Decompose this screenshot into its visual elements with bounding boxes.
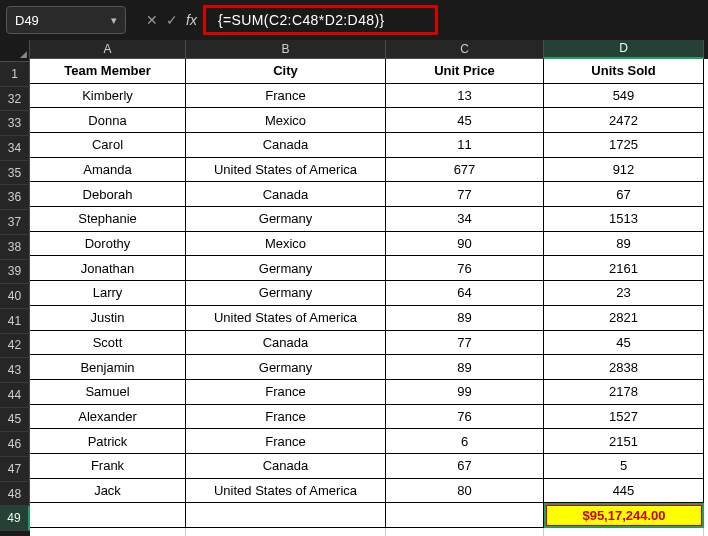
cell-empty[interactable] <box>544 528 704 536</box>
row-header-selected[interactable]: 49 <box>0 506 30 531</box>
cell[interactable]: 67 <box>544 182 704 207</box>
cancel-formula-icon[interactable]: ✕ <box>146 12 158 28</box>
cell[interactable]: 2838 <box>544 355 704 380</box>
cell[interactable]: 912 <box>544 158 704 183</box>
result-cell[interactable]: $95,17,244.00 <box>544 503 704 528</box>
cell[interactable]: Stephanie <box>30 207 186 232</box>
select-all-corner[interactable]: ◢ <box>0 40 30 62</box>
row-header[interactable]: 48 <box>0 482 30 507</box>
header-cell[interactable]: Team Member <box>30 59 186 84</box>
cell[interactable]: Canada <box>186 182 386 207</box>
column-header[interactable]: C <box>386 40 544 59</box>
fx-icon[interactable]: fx <box>186 12 197 28</box>
cell[interactable]: 67 <box>386 454 544 479</box>
cell[interactable]: 549 <box>544 84 704 109</box>
cell[interactable]: Canada <box>186 454 386 479</box>
cell[interactable]: Donna <box>30 108 186 133</box>
cell[interactable]: Alexander <box>30 405 186 430</box>
cell[interactable]: 1513 <box>544 207 704 232</box>
cell[interactable]: France <box>186 380 386 405</box>
cell-empty[interactable] <box>30 503 186 528</box>
cell[interactable]: 77 <box>386 182 544 207</box>
row-header[interactable]: 44 <box>0 383 30 408</box>
column-header[interactable]: A <box>30 40 186 59</box>
cell[interactable]: Patrick <box>30 429 186 454</box>
cell[interactable]: 445 <box>544 479 704 504</box>
row-header[interactable]: 45 <box>0 408 30 433</box>
cell[interactable]: Mexico <box>186 108 386 133</box>
cell[interactable]: Canada <box>186 331 386 356</box>
cell[interactable]: Larry <box>30 281 186 306</box>
row-header[interactable]: 43 <box>0 358 30 383</box>
cell-empty[interactable] <box>186 503 386 528</box>
row-header[interactable]: 34 <box>0 136 30 161</box>
column-header-selected[interactable]: D <box>544 40 704 59</box>
accept-formula-icon[interactable]: ✓ <box>166 12 178 28</box>
cell[interactable]: 76 <box>386 405 544 430</box>
name-box[interactable]: D49 ▾ <box>6 6 126 34</box>
cell[interactable]: 23 <box>544 281 704 306</box>
chevron-down-icon[interactable]: ▾ <box>111 14 117 27</box>
cell[interactable]: 45 <box>386 108 544 133</box>
formula-input[interactable]: {=SUM(C2:C48*D2:D48)} <box>203 5 438 35</box>
cell[interactable]: United States of America <box>186 158 386 183</box>
cell[interactable]: Carol <box>30 133 186 158</box>
cell[interactable]: Jonathan <box>30 256 186 281</box>
cell[interactable]: 99 <box>386 380 544 405</box>
cell[interactable]: 2151 <box>544 429 704 454</box>
cell[interactable]: Germany <box>186 207 386 232</box>
cell[interactable]: 2821 <box>544 306 704 331</box>
cell[interactable]: 2472 <box>544 108 704 133</box>
cell[interactable]: 2161 <box>544 256 704 281</box>
cell-empty[interactable] <box>186 528 386 536</box>
column-header[interactable]: B <box>186 40 386 59</box>
cell[interactable]: France <box>186 429 386 454</box>
cell[interactable]: 76 <box>386 256 544 281</box>
cell[interactable]: 34 <box>386 207 544 232</box>
cell[interactable]: 11 <box>386 133 544 158</box>
cell[interactable]: Canada <box>186 133 386 158</box>
row-header[interactable]: 35 <box>0 161 30 186</box>
cell[interactable]: Justin <box>30 306 186 331</box>
cell[interactable]: 89 <box>544 232 704 257</box>
row-header[interactable]: 36 <box>0 185 30 210</box>
row-header[interactable]: 37 <box>0 210 30 235</box>
cell[interactable]: 77 <box>386 331 544 356</box>
cell[interactable]: 89 <box>386 306 544 331</box>
cell[interactable]: Germany <box>186 355 386 380</box>
header-cell[interactable]: City <box>186 59 386 84</box>
row-header[interactable]: 32 <box>0 87 30 112</box>
cell-empty[interactable] <box>386 528 544 536</box>
row-header[interactable]: 41 <box>0 309 30 334</box>
row-header[interactable]: 33 <box>0 111 30 136</box>
row-header[interactable]: 47 <box>0 457 30 482</box>
row-header[interactable]: 46 <box>0 432 30 457</box>
cell[interactable]: Frank <box>30 454 186 479</box>
cell-empty[interactable] <box>386 503 544 528</box>
cell[interactable]: Dorothy <box>30 232 186 257</box>
header-cell[interactable]: Units Sold <box>544 59 704 84</box>
row-header[interactable]: 42 <box>0 334 30 359</box>
cell[interactable]: 6 <box>386 429 544 454</box>
cell[interactable]: France <box>186 405 386 430</box>
cell[interactable]: Germany <box>186 281 386 306</box>
cell-empty[interactable] <box>30 528 186 536</box>
row-header[interactable]: 39 <box>0 260 30 285</box>
cell[interactable]: 45 <box>544 331 704 356</box>
cell[interactable]: 64 <box>386 281 544 306</box>
row-header[interactable]: 38 <box>0 235 30 260</box>
cell[interactable]: 1527 <box>544 405 704 430</box>
cell[interactable]: Samuel <box>30 380 186 405</box>
cell[interactable]: 13 <box>386 84 544 109</box>
cell[interactable]: Jack <box>30 479 186 504</box>
cell[interactable]: 677 <box>386 158 544 183</box>
cell[interactable]: Scott <box>30 331 186 356</box>
cell[interactable]: United States of America <box>186 306 386 331</box>
cell[interactable]: 89 <box>386 355 544 380</box>
row-header[interactable]: 40 <box>0 284 30 309</box>
cell[interactable]: 2178 <box>544 380 704 405</box>
cell[interactable]: France <box>186 84 386 109</box>
cell[interactable]: Benjamin <box>30 355 186 380</box>
cell[interactable]: Kimberly <box>30 84 186 109</box>
cell[interactable]: Amanda <box>30 158 186 183</box>
